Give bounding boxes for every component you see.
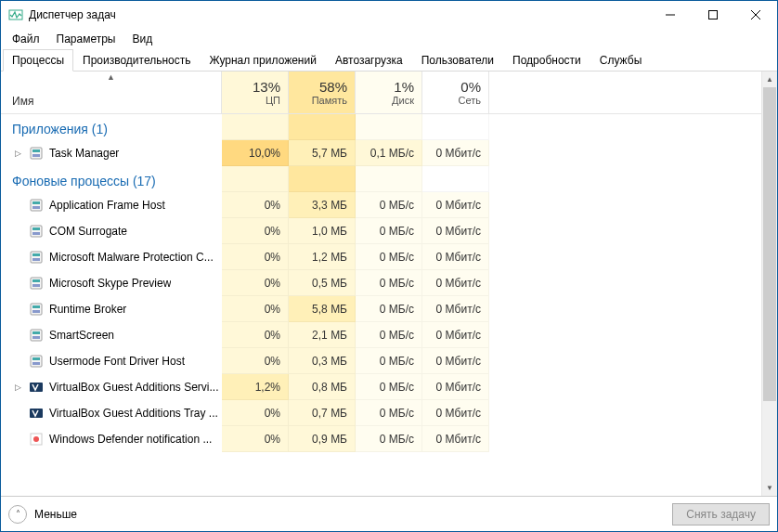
cpu-cell: 0% [222,322,289,348]
process-icon [29,354,44,369]
tab-performance[interactable]: Производительность [73,49,200,71]
memory-cell: 0,8 МБ [289,374,356,400]
chevron-up-icon: ˄ [16,509,20,519]
process-name-cell: ▷VirtualBox Guest Additions Servi... [1,374,222,400]
column-header-network[interactable]: 0% Сеть [422,71,489,113]
tab-services[interactable]: Службы [590,49,651,71]
disk-cell: 0 МБ/с [356,296,422,322]
process-row[interactable]: VirtualBox Guest Additions Tray ...0%0,7… [1,400,761,426]
svg-rect-2 [709,11,718,19]
process-row[interactable]: Usermode Font Driver Host0%0,3 МБ0 МБ/с0… [1,348,761,374]
expand-icon[interactable]: ▷ [12,149,23,158]
svg-rect-12 [32,227,40,230]
memory-label: Память [312,95,347,106]
svg-rect-5 [31,148,42,159]
fewer-details-label[interactable]: Меньше [34,508,77,521]
process-row[interactable]: SmartScreen0%2,1 МБ0 МБ/с0 Мбит/с [1,322,761,348]
cpu-cell: 0% [222,218,289,244]
process-icon [29,328,44,343]
network-cell: 0 Мбит/с [422,270,489,296]
svg-rect-18 [32,279,40,282]
footer: ˄ Меньше Снять задачу [1,496,777,531]
process-row[interactable]: ▷Task Manager10,0%5,7 МБ0,1 МБ/с0 Мбит/с [1,140,761,166]
tab-startup[interactable]: Автозагрузка [326,49,412,71]
network-cell: 0 Мбит/с [422,244,489,270]
tab-processes[interactable]: Процессы [3,49,73,71]
scroll-up-icon[interactable]: ▲ [762,71,777,87]
network-cell: 0 Мбит/с [422,192,489,218]
disk-cell: 0 МБ/с [356,218,422,244]
network-cell: 0 Мбит/с [422,140,489,166]
process-name-cell: Microsoft Skype Preview [1,270,222,296]
vertical-scrollbar[interactable]: ▲ ▼ [761,71,777,496]
process-row[interactable]: Windows Defender notification ...0%0,9 М… [1,426,761,452]
disk-total-pct: 1% [394,79,414,95]
process-icon [29,224,44,239]
svg-point-32 [33,436,39,442]
process-name-label: Runtime Broker [49,303,126,316]
maximize-button[interactable] [692,1,734,29]
cpu-total-pct: 13% [253,79,280,95]
scroll-track[interactable] [762,87,777,480]
memory-cell: 3,3 МБ [289,192,356,218]
menu-view[interactable]: Вид [124,31,160,47]
memory-cell: 5,8 МБ [289,296,356,322]
process-row[interactable]: ▷VirtualBox Guest Additions Servi...1,2%… [1,374,761,400]
tab-users[interactable]: Пользователи [412,49,503,71]
cpu-cell: 0% [222,192,289,218]
process-name-cell: Windows Defender notification ... [1,426,222,452]
menu-file[interactable]: Файл [5,31,47,47]
network-cell: 0 Мбит/с [422,426,489,452]
process-icon [29,198,44,213]
process-row[interactable]: Application Frame Host0%3,3 МБ0 МБ/с0 Мб… [1,192,761,218]
menu-options[interactable]: Параметры [49,31,123,47]
column-header-name[interactable]: ▲ Имя [1,71,222,113]
svg-rect-22 [32,310,40,313]
sort-ascending-icon: ▲ [107,72,115,82]
process-row[interactable]: Microsoft Skype Preview0%0,5 МБ0 МБ/с0 М… [1,270,761,296]
titlebar: Диспетчер задач [1,1,777,29]
svg-rect-28 [32,362,40,365]
memory-cell: 0,9 МБ [289,426,356,452]
process-name-cell: Usermode Font Driver Host [1,348,222,374]
group-header-apps[interactable]: Приложения (1) [1,114,761,140]
process-row[interactable]: Microsoft Malware Protection C...0%1,2 М… [1,244,761,270]
process-name-label: Microsoft Skype Preview [49,277,171,290]
scroll-down-icon[interactable]: ▼ [762,480,777,496]
svg-rect-13 [32,232,40,235]
svg-rect-25 [32,336,40,339]
net-label: Сеть [459,95,481,106]
process-name-label: VirtualBox Guest Additions Tray ... [49,407,218,420]
svg-rect-23 [31,330,42,341]
tab-app-history[interactable]: Журнал приложений [201,49,326,71]
disk-cell: 0 МБ/с [356,426,422,452]
end-task-button[interactable]: Снять задачу [672,503,770,526]
network-cell: 0 Мбит/с [422,348,489,374]
cpu-label: ЦП [266,95,280,106]
column-header-cpu[interactable]: 13% ЦП [222,71,289,113]
process-row[interactable]: COM Surrogate0%1,0 МБ0 МБ/с0 Мбит/с [1,218,761,244]
cpu-cell: 1,2% [222,374,289,400]
table-body[interactable]: Приложения (1)▷Task Manager10,0%5,7 МБ0,… [1,114,761,496]
column-header-disk[interactable]: 1% Диск [356,71,422,113]
tab-details[interactable]: Подробности [503,49,590,71]
scroll-thumb[interactable] [763,87,776,401]
network-cell: 0 Мбит/с [422,400,489,426]
cpu-cell: 0% [222,348,289,374]
expand-icon[interactable]: ▷ [12,383,23,392]
group-header-bg[interactable]: Фоновые процессы (17) [1,166,761,192]
close-button[interactable] [734,1,777,29]
disk-cell: 0 МБ/с [356,192,422,218]
column-header-memory[interactable]: 58% Память [289,71,356,113]
cpu-cell: 0% [222,244,289,270]
process-name-cell: Microsoft Malware Protection C... [1,244,222,270]
svg-rect-15 [32,253,40,256]
minimize-button[interactable] [649,1,692,29]
process-row[interactable]: Runtime Broker0%5,8 МБ0 МБ/с0 Мбит/с [1,296,761,322]
fewer-details-button[interactable]: ˄ [8,505,27,524]
process-icon [29,250,44,265]
window-controls [649,1,777,29]
memory-cell: 2,1 МБ [289,322,356,348]
disk-cell: 0 МБ/с [356,244,422,270]
svg-rect-14 [31,252,42,263]
